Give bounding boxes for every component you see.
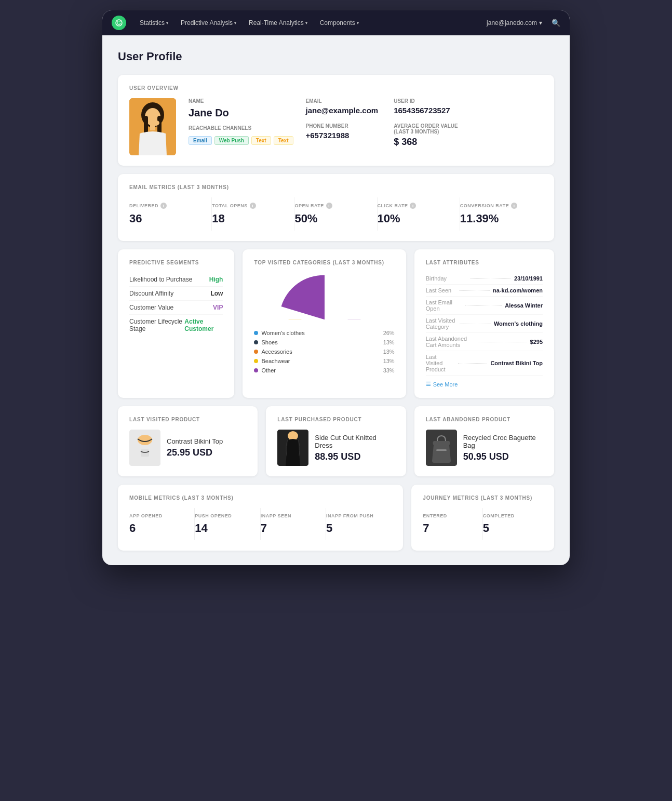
category-legend: Women's clothes 26% Shoes 13%: [254, 328, 394, 375]
donut-chart: Women's clothes 26% Shoes 13%: [254, 273, 394, 375]
channel-badges: Email Web Push Text Text: [189, 136, 293, 145]
mobile-metrics-title: MOBILE METRICS (LAST 3 MONTHS): [129, 495, 392, 501]
segment-likelihood: Likelihood to Purchase High: [129, 273, 223, 287]
info-icon: i: [511, 203, 517, 209]
legend-accessories: Accessories 13%: [254, 347, 394, 356]
journey-metrics-title: JOURNEY METRICS (LAST 3 MONTHS): [423, 495, 543, 501]
user-menu[interactable]: jane@janedo.com ▾: [487, 19, 542, 26]
attr-last-product: Last Visited Product Contrast Bikini Top: [426, 351, 543, 376]
abandoned-product-price: 50.95 USD: [463, 451, 543, 462]
channel-email: Email: [189, 136, 212, 145]
svg-rect-13: [141, 449, 149, 457]
user-phone: +657321988: [306, 131, 379, 140]
last-purchased-title: LAST PURCHASED PRODUCT: [277, 417, 394, 422]
product-thumb-visited: [129, 430, 160, 466]
last-purchased-product-item: Side Cut Out Knitted Dress 88.95 USD: [277, 430, 394, 466]
user-overview-title: USER OVERVIEW: [129, 85, 543, 91]
predictive-segments-card: PREDICTIVE SEGMENTS Likelihood to Purcha…: [118, 249, 234, 398]
logo[interactable]: G: [112, 16, 126, 30]
donut-chart-svg: [278, 273, 371, 322]
attr-last-seen: Last Seen na-kd.com/women: [426, 285, 543, 297]
product-thumb-abandoned: [426, 430, 457, 466]
attr-birthday: Birthday 23/10/1991: [426, 273, 543, 285]
metric-total-opens: TOTAL OPENS i 18: [212, 197, 294, 231]
last-purchased-product-card: LAST PURCHASED PRODUCT Side Cu: [266, 406, 406, 476]
email-meta: Email jane@example.com Phone number +657…: [306, 98, 379, 155]
info-icon: i: [160, 203, 167, 209]
channel-webpush: Web Push: [214, 136, 249, 145]
info-icon: i: [410, 203, 416, 209]
svg-rect-5: [144, 116, 148, 134]
last-attributes-card: LAST ATTRIBUTES Birthday 23/10/1991 Last…: [414, 249, 554, 398]
chevron-down-icon: ▾: [357, 21, 359, 25]
main-content: User Profile USER OVERVIEW: [102, 35, 570, 565]
user-email-value: jane@example.com: [306, 106, 379, 115]
dot-shoes: [254, 340, 258, 344]
channel-text2: Text: [274, 136, 293, 145]
attr-last-email: Last Email Open Alessa Winter: [426, 297, 543, 315]
visited-product-name: Contrast Bikini Top: [167, 437, 223, 445]
last-attributes-title: LAST ATTRIBUTES: [426, 260, 543, 265]
userid-meta: User ID 1654356723527 Average Order Valu…: [394, 98, 460, 155]
mobile-metrics-grid: APP OPENED 6 PUSH OPENED 14 INAPP SEEN 7…: [129, 508, 392, 540]
nav-predictive-analysis[interactable]: Predictive Analysis ▾: [176, 17, 241, 29]
abandoned-product-name: Recycled Croc Baguette Bag: [463, 434, 543, 449]
last-abandoned-product-item: Recycled Croc Baguette Bag 50.95 USD: [426, 430, 543, 466]
attr-last-category: Last Visited Category Women's clothing: [426, 315, 543, 333]
visited-product-price: 25.95 USD: [167, 447, 223, 458]
segment-lifecycle: Customer Lifecycle Stage Active Customer: [129, 315, 223, 336]
name-label: Name: [189, 98, 293, 104]
user-overview-card: USER OVERVIEW: [118, 75, 554, 166]
metric-push-opened: PUSH OPENED 14: [195, 508, 260, 540]
chevron-down-icon: ▾: [539, 19, 542, 26]
chevron-down-icon: ▾: [305, 21, 307, 25]
svg-text:G: G: [117, 20, 121, 26]
email-metrics-grid: DELIVERED i 36 TOTAL OPENS i 18 OPEN RAT…: [129, 197, 543, 231]
legend-womens: Women's clothes 26%: [254, 328, 394, 338]
channels-label: Reachable Channels: [189, 125, 293, 131]
channel-text1: Text: [251, 136, 271, 145]
metric-click-rate: CLICK RATE i 10%: [378, 197, 460, 231]
dot-beachwear: [254, 359, 258, 363]
dot-accessories: [254, 350, 258, 354]
see-more-link[interactable]: ☰ See More: [426, 381, 543, 388]
navbar: G Statistics ▾ Predictive Analysis ▾ Rea…: [102, 10, 570, 35]
avatar: [129, 98, 176, 155]
journey-metrics-grid: ENTERED 7 COMPLETED 5: [423, 508, 543, 540]
segment-discount: Discount Affinity Low: [129, 287, 223, 301]
user-id: 1654356723527: [394, 106, 460, 115]
purchased-product-price: 88.95 USD: [315, 451, 394, 462]
last-abandoned-product-card: LAST ABANDONED PRODUCT Recycled Croc Bag…: [414, 406, 554, 476]
legend-other: Other 33%: [254, 366, 394, 375]
legend-beachwear: Beachwear 13%: [254, 356, 394, 366]
email-metrics-title: EMAIL METRICS (LAST 3 MONTHS): [129, 184, 543, 190]
nav-components[interactable]: Components ▾: [315, 17, 364, 29]
info-icon: i: [250, 203, 256, 209]
info-icon: i: [326, 203, 332, 209]
mobile-metrics-card: MOBILE METRICS (LAST 3 MONTHS) APP OPENE…: [118, 485, 403, 551]
chevron-down-icon: ▾: [234, 21, 236, 25]
nav-realtime-analytics[interactable]: Real-Time Analytics ▾: [244, 17, 313, 29]
nav-statistics[interactable]: Statistics ▾: [135, 17, 173, 29]
metric-conversion-rate: CONVERSION RATE i 11.39%: [460, 197, 543, 231]
last-abandoned-title: LAST ABANDONED PRODUCT: [426, 417, 543, 422]
top-categories-card: TOP VISITED CATEGORIES (LAST 3 MONTHS): [243, 249, 406, 398]
metric-app-opened: APP OPENED 6: [129, 508, 195, 540]
search-icon[interactable]: 🔍: [552, 19, 560, 27]
attr-abandoned-cart: Last Abandoned Cart Amounts $295: [426, 333, 543, 351]
dot-other: [254, 368, 258, 372]
user-aov: $ 368: [394, 137, 460, 148]
metric-delivered: DELIVERED i 36: [129, 197, 212, 231]
last-visited-product-card: LAST VISITED PRODUCT Contrast: [118, 406, 258, 476]
app-frame: G Statistics ▾ Predictive Analysis ▾ Rea…: [102, 10, 570, 565]
metric-completed: COMPLETED 5: [483, 508, 543, 540]
segment-customer-value: Customer Value VIP: [129, 301, 223, 315]
metric-inapp-seen: INAPP SEEN 7: [261, 508, 326, 540]
user-name: Jane Do: [189, 107, 293, 119]
metric-inapp-from-push: INAPP FROM PUSH 5: [326, 508, 392, 540]
product-thumb-purchased: [277, 430, 308, 466]
page-title: User Profile: [118, 50, 554, 63]
svg-rect-17: [436, 449, 447, 451]
email-metrics-card: EMAIL METRICS (LAST 3 MONTHS) DELIVERED …: [118, 174, 554, 241]
metric-entered: ENTERED 7: [423, 508, 482, 540]
